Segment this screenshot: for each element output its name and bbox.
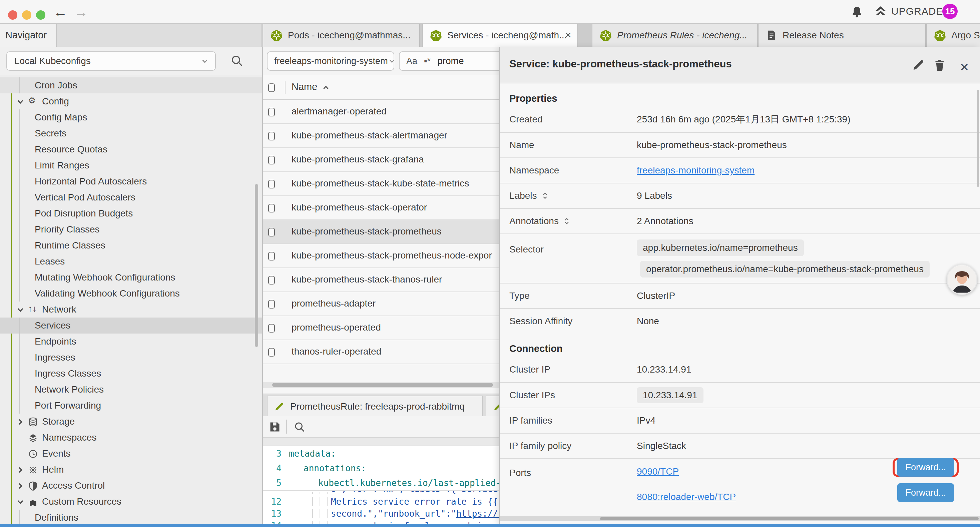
table-row[interactable]: thanos-ruler-operated <box>263 340 500 364</box>
forward-button[interactable]: Forward... <box>897 483 954 502</box>
sidebar: Local Kubeconfigs Cron Jobs⚙ConfigConfig… <box>0 47 262 524</box>
sidebar-item-vertical-pod-autoscalers[interactable]: Vertical Pod Autoscalers <box>0 189 262 205</box>
table-row[interactable]: kube-prometheus-stack-thanos-ruler <box>263 268 500 292</box>
sidebar-item-ingresses[interactable]: Ingresses <box>0 350 262 366</box>
sidebar-item-endpoints[interactable]: Endpoints <box>0 334 262 350</box>
sidebar-item-definitions[interactable]: Definitions <box>0 509 262 524</box>
detail-horizontal-scrollbar[interactable] <box>500 516 980 521</box>
row-checkbox[interactable] <box>268 228 275 236</box>
close-icon[interactable]: × <box>565 29 571 41</box>
sidebar-item-config-maps[interactable]: Config Maps <box>0 110 262 126</box>
tab-prometheus-rules-icecheng[interactable]: Prometheus Rules - icecheng... <box>592 24 757 47</box>
detail-label-text: Created <box>509 114 543 125</box>
table-row[interactable]: prometheus-operated <box>263 316 500 340</box>
table-row[interactable]: kube-prometheus-stack-alertmanager <box>263 124 500 148</box>
table-row[interactable]: kube-prometheus-stack-prometheus <box>263 220 500 244</box>
table-row[interactable]: prometheus-adapter <box>263 292 500 316</box>
tab-navigator[interactable]: Navigator <box>0 24 57 47</box>
sidebar-item-custom-resources[interactable]: Custom Resources <box>0 494 262 509</box>
window-minimize-button[interactable] <box>22 10 31 20</box>
window-close-button[interactable] <box>8 10 18 20</box>
sidebar-item-cron-jobs[interactable]: Cron Jobs <box>0 77 262 93</box>
row-checkbox[interactable] <box>268 348 275 357</box>
bell-icon[interactable] <box>851 6 863 18</box>
sidebar-item-ingress-classes[interactable]: Ingress Classes <box>0 366 262 382</box>
tab-pods-icecheng-mathmas[interactable]: Pods - icecheng@mathmas... <box>263 24 420 47</box>
row-checkbox[interactable] <box>268 132 275 140</box>
port-link[interactable]: 9090/TCP <box>637 466 679 477</box>
sidebar-item-network[interactable]: ↑↓Network <box>0 301 262 318</box>
sidebar-item-resource-quotas[interactable]: Resource Quotas <box>0 142 262 158</box>
trash-icon[interactable] <box>933 59 946 72</box>
sort-ascending-icon[interactable] <box>321 83 330 92</box>
search-input[interactable]: Aa ▪* prome <box>399 51 500 71</box>
sidebar-item-mutating-webhook-configurations[interactable]: Mutating Webhook Configurations <box>0 269 262 285</box>
tab-release-notes[interactable]: Release Notes <box>758 24 926 47</box>
row-checkbox[interactable] <box>268 300 275 309</box>
scrollbar-thumb[interactable] <box>272 383 493 387</box>
tab-argo-se[interactable]: Argo Se <box>926 24 980 47</box>
row-checkbox[interactable] <box>268 156 275 164</box>
row-checkbox[interactable] <box>268 324 275 333</box>
column-header-name[interactable]: Name <box>291 81 317 92</box>
row-checkbox[interactable] <box>268 108 275 116</box>
sidebar-item-network-policies[interactable]: Network Policies <box>0 382 262 398</box>
sidebar-item-horizontal-pod-autoscalers[interactable]: Horizontal Pod Autoscalers <box>0 174 262 189</box>
port-link[interactable]: 8080:reloader-web/TCP <box>637 492 736 502</box>
sidebar-item-access-control[interactable]: Access Control <box>0 478 262 494</box>
sidebar-scrollbar[interactable] <box>255 184 258 347</box>
table-row[interactable]: kube-prometheus-stack-prometheus-node-ex… <box>263 244 500 268</box>
sidebar-item-port-forwarding[interactable]: Port Forwarding <box>0 398 262 414</box>
notification-badge[interactable]: 15 <box>942 4 958 19</box>
select-all-checkbox[interactable] <box>268 83 275 92</box>
sidebar-item-limit-ranges[interactable]: Limit Ranges <box>0 158 262 174</box>
code-indent-guide <box>327 509 328 518</box>
sidebar-item-helm[interactable]: Helm <box>0 462 262 478</box>
table-row[interactable]: kube-prometheus-stack-grafana <box>263 148 500 172</box>
back-arrow-icon[interactable]: ← <box>53 4 67 20</box>
scrollbar-thumb[interactable] <box>600 517 978 520</box>
sidebar-item-priority-classes[interactable]: Priority Classes <box>0 221 262 237</box>
tab-label: Services - icecheng@math... <box>447 30 567 41</box>
yaml-editor[interactable]: 3metadata:4annotations:5kubectl.kubernet… <box>263 446 500 524</box>
forward-button[interactable]: Forward... <box>897 458 954 477</box>
sidebar-item-leases[interactable]: Leases <box>0 253 262 269</box>
sidebar-item-secrets[interactable]: Secrets <box>0 126 262 142</box>
code-segment: kubectl.kubernetes.io/last-applied-co <box>318 478 500 488</box>
forward-arrow-icon[interactable]: → <box>74 4 88 20</box>
regex-toggle[interactable]: ▪* <box>424 56 431 66</box>
table-horizontal-scrollbar[interactable] <box>263 382 500 388</box>
kubeconfig-select[interactable]: Local Kubeconfigs <box>6 51 216 71</box>
table-row[interactable]: kube-prometheus-stack-operator <box>263 196 500 220</box>
table-row[interactable]: kube-prometheus-stack-kube-state-metrics <box>263 172 500 196</box>
value-link[interactable]: freeleaps-monitoring-system <box>637 165 754 176</box>
window-zoom-button[interactable] <box>36 10 45 20</box>
edit-pencil-icon[interactable] <box>912 59 924 72</box>
upgrade-button[interactable]: UPGRADE <box>874 5 943 18</box>
row-checkbox[interactable] <box>268 180 275 188</box>
editor-tab[interactable]: PrometheusRule: freeleaps-prod-rabbitmq <box>267 396 483 417</box>
sidebar-item-events[interactable]: Events <box>0 446 262 462</box>
row-checkbox[interactable] <box>268 204 275 212</box>
assistant-avatar[interactable] <box>947 264 977 295</box>
sidebar-item-services[interactable]: Services <box>0 318 262 334</box>
close-icon[interactable]: × <box>960 59 969 75</box>
editor-tab[interactable] <box>486 396 500 417</box>
detail-panel: Service: kube-prometheus-stack-prometheu… <box>500 47 980 524</box>
table-row[interactable]: alertmanager-operated <box>263 100 500 124</box>
tab-services-icecheng-math[interactable]: Services - icecheng@math...× <box>422 24 578 47</box>
detail-vertical-scrollbar[interactable] <box>977 90 979 187</box>
sidebar-item-config[interactable]: ⚙Config <box>0 93 262 110</box>
save-icon[interactable] <box>269 421 281 433</box>
sidebar-item-validating-webhook-configurations[interactable]: Validating Webhook Configurations <box>0 285 262 301</box>
sidebar-item-pod-disruption-budgets[interactable]: Pod Disruption Budgets <box>0 205 262 221</box>
sidebar-item-storage[interactable]: Storage <box>0 414 262 430</box>
editor-search-icon[interactable] <box>294 421 305 433</box>
sidebar-item-runtime-classes[interactable]: Runtime Classes <box>0 237 262 253</box>
row-checkbox[interactable] <box>268 252 275 261</box>
match-case-toggle[interactable]: Aa <box>406 56 417 66</box>
row-checkbox[interactable] <box>268 276 275 285</box>
search-icon[interactable] <box>230 54 243 67</box>
sidebar-item-namespaces[interactable]: Namespaces <box>0 430 262 446</box>
namespace-select[interactable]: freeleaps-monitoring-system <box>267 51 394 71</box>
